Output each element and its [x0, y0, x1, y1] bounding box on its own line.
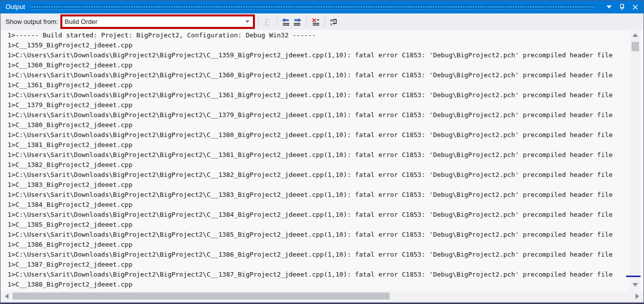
output-line: 1>C__1359_BigProject2_jdeeet.cpp: [7, 40, 630, 50]
output-lines: 1>------ Build started: Project: BigProj…: [7, 30, 630, 291]
output-line: 1>C__1383_BigProject2_jdeeet.cpp: [7, 180, 630, 190]
combobox-dropdown-arrow-icon[interactable]: [242, 20, 253, 23]
caret-position-marker: [626, 276, 641, 277]
close-button[interactable]: [631, 2, 640, 11]
next-message-button[interactable]: [292, 16, 303, 27]
output-line: 1>C:\Users\Sarit\Downloads\BigProject2\B…: [7, 230, 630, 240]
vertical-scroll-thumb[interactable]: [632, 42, 639, 51]
output-line: 1>C__1361_BigProject2_jdeeet.cpp: [7, 80, 630, 90]
output-line: 1>C__1381_BigProject2_jdeeet.cpp: [7, 140, 630, 150]
svg-text:c: c: [330, 22, 332, 26]
scroll-up-button[interactable]: [630, 31, 641, 39]
output-line: 1>C__1387_BigProject2_jdeeet.cpp: [7, 260, 630, 270]
previous-message-icon: [282, 18, 290, 26]
titlebar[interactable]: Output: [0, 0, 644, 13]
find-message-in-code-icon: [264, 18, 272, 26]
next-message-icon: [293, 18, 301, 26]
toggle-word-wrap-button[interactable]: ab c: [329, 16, 340, 27]
output-tool-window: Output: [0, 0, 644, 304]
vertical-scrollbar[interactable]: [630, 30, 641, 291]
window-position-button[interactable]: [605, 2, 614, 11]
red-annotation-box: Build Order: [60, 14, 255, 29]
output-content-row: 1>------ Build started: Project: BigProj…: [0, 30, 644, 291]
pin-icon: [619, 3, 625, 10]
output-line: 1>C__1360_BigProject2_jdeeet.cpp: [7, 60, 630, 70]
output-line: 1>C:\Users\Sarit\Downloads\BigProject2\B…: [7, 210, 630, 220]
output-line: 1>C:\Users\Sarit\Downloads\BigProject2\B…: [7, 70, 630, 80]
toolbar-separator: [306, 17, 307, 27]
word-wrap-icon: ab c: [330, 18, 338, 26]
output-line: 1>C:\Users\Sarit\Downloads\BigProject2\B…: [7, 250, 630, 260]
titlebar-drag-grip[interactable]: [31, 5, 595, 10]
clear-all-button[interactable]: [310, 16, 321, 27]
output-line: 1>C__1379_BigProject2_jdeeet.cpp: [7, 100, 630, 110]
output-line: 1>C__1382_BigProject2_jdeeet.cpp: [7, 160, 630, 170]
output-line: 1>C__1386_BigProject2_jdeeet.cpp: [7, 240, 630, 250]
show-output-from-combobox[interactable]: Build Order: [62, 16, 253, 27]
auto-hide-pin-button[interactable]: [618, 2, 627, 11]
chevron-down-icon: [607, 5, 612, 8]
scroll-right-button[interactable]: [633, 291, 642, 301]
output-line: 1>C:\Users\Sarit\Downloads\BigProject2\B…: [7, 110, 630, 120]
scroll-down-button[interactable]: [630, 281, 641, 289]
output-line: 1>C:\Users\Sarit\Downloads\BigProject2\B…: [7, 130, 630, 140]
output-line: 1>C:\Users\Sarit\Downloads\BigProject2\B…: [7, 90, 630, 100]
toolbar-separator: [277, 17, 277, 27]
output-line: 1>C:\Users\Sarit\Downloads\BigProject2\B…: [7, 170, 630, 180]
show-output-from-label: Show output from:: [5, 18, 58, 25]
output-toolbar: Show output from: Build Order: [0, 13, 644, 30]
toolbar-separator: [325, 17, 325, 27]
window-bottom-gap: [0, 301, 644, 303]
combobox-selected-value: Build Order: [65, 18, 242, 25]
horizontal-scroll-thumb[interactable]: [12, 293, 390, 300]
previous-message-button[interactable]: [281, 16, 292, 27]
output-line: 1>C__1385_BigProject2_jdeeet.cpp: [7, 220, 630, 230]
output-line: 1>C__1388_BigProject2_jdeeet.cpp: [7, 280, 630, 290]
output-line: 1>C__1384_BigProject2_jdeeet.cpp: [7, 200, 630, 210]
output-text-pane[interactable]: 1>------ Build started: Project: BigProj…: [0, 30, 630, 291]
output-line: 1>C__1380_BigProject2_jdeeet.cpp: [7, 120, 630, 130]
output-line: 1>------ Build started: Project: BigProj…: [7, 30, 630, 40]
output-line: 1>C:\Users\Sarit\Downloads\BigProject2\B…: [7, 190, 630, 200]
find-message-in-code-button[interactable]: [262, 16, 273, 27]
close-icon: [633, 4, 638, 10]
output-line: 1>C:\Users\Sarit\Downloads\BigProject2\B…: [7, 150, 630, 160]
output-line: 1>C:\Users\Sarit\Downloads\BigProject2\B…: [7, 270, 630, 280]
horizontal-scrollbar[interactable]: [1, 291, 643, 301]
toolbar-separator: [258, 17, 259, 27]
clear-all-icon: [312, 18, 320, 26]
scroll-left-button[interactable]: [2, 291, 11, 301]
window-title: Output: [5, 0, 25, 13]
output-line: 1>C:\Users\Sarit\Downloads\BigProject2\B…: [7, 50, 630, 60]
